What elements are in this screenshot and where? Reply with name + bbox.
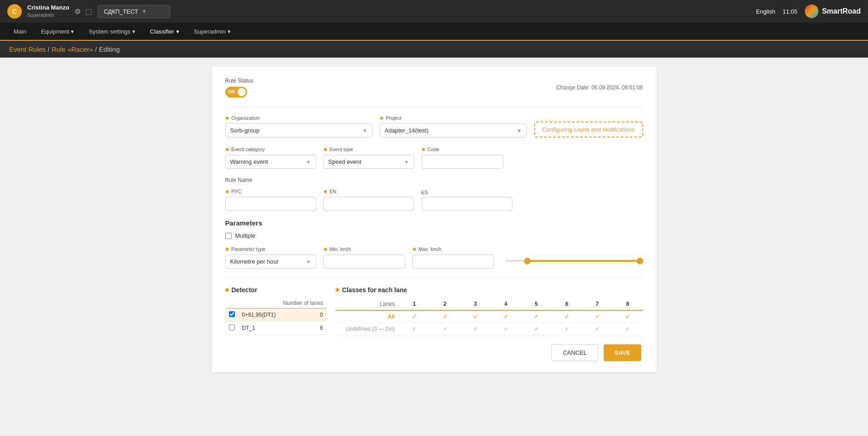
- lane-check[interactable]: ✓: [491, 310, 521, 323]
- project-selector[interactable]: СДКП_ТЕСТ ▼: [98, 5, 170, 18]
- org-project-row: ● Organization Sorb-group ▼ ● Project Ad…: [225, 114, 643, 137]
- rule-name-row: ● РУС Лихач ● EN Racer ES Corre: [225, 188, 643, 211]
- project-value: Adapter_14(test): [385, 127, 429, 134]
- user-avatar: C: [7, 4, 22, 19]
- breadcrumb-event-rules[interactable]: Event Rules: [9, 45, 46, 53]
- breadcrumb-editing: Editing: [99, 45, 120, 53]
- chevron-down-icon: ▾: [176, 28, 179, 35]
- lane-check[interactable]: ✓: [430, 323, 460, 335]
- organization-select[interactable]: Sorb-group ▼: [225, 123, 372, 137]
- ruc-label-text: РУС: [231, 189, 241, 194]
- time-display: 11:05: [783, 8, 798, 15]
- lane-check[interactable]: ✓: [430, 310, 460, 323]
- user-role: Superadmin: [27, 12, 69, 18]
- slider-thumb-right[interactable]: [637, 258, 643, 264]
- lane-check[interactable]: ✓: [582, 310, 612, 323]
- save-button[interactable]: SAVE: [604, 344, 641, 361]
- table-row[interactable]: All ✓ ✓ ✓ ✓ ✓ ✓ ✓ ✓: [336, 310, 643, 323]
- topbar-icons[interactable]: ⚙ ⬚: [74, 7, 92, 16]
- nav-item-superadmin[interactable]: Superadmin ▾: [188, 24, 237, 39]
- breadcrumb-rule[interactable]: Rule «Racer»: [51, 45, 93, 53]
- table-row[interactable]: DT_1 6: [225, 322, 327, 335]
- lane-check[interactable]: ✓: [551, 323, 582, 335]
- lanes-header-row: Lanes 1 2 3 4 5 6 7 8: [336, 298, 643, 310]
- event-category-select[interactable]: Warning event ▼: [225, 155, 316, 169]
- slider-inactive-left: [505, 260, 526, 262]
- max-input[interactable]: 300: [412, 255, 494, 269]
- required-dot: ●: [412, 245, 417, 253]
- logout-icon[interactable]: ⬚: [85, 7, 92, 16]
- chevron-down-icon: ▼: [517, 128, 522, 133]
- chevron-down-icon: ▼: [142, 9, 147, 14]
- detector-checkbox[interactable]: [229, 311, 235, 317]
- en-group: ● EN Racer: [323, 188, 414, 211]
- rule-name-section-label: Rule Name: [225, 177, 643, 183]
- lane-check[interactable]: ✓: [521, 310, 551, 323]
- lane-check[interactable]: ✓: [460, 310, 491, 323]
- slider-track[interactable]: [505, 260, 643, 262]
- parameter-type-select[interactable]: Kilometre per hour ▼: [225, 255, 316, 269]
- event-type-select[interactable]: Speed event ▼: [323, 155, 414, 169]
- detector-name: DT_1: [238, 322, 279, 335]
- settings-icon[interactable]: ⚙: [74, 7, 81, 16]
- nav-label-superadmin: Superadmin: [194, 28, 226, 35]
- parameter-type-value: Kilometre per hour: [230, 258, 279, 265]
- rule-status-toggle[interactable]: ON: [225, 87, 247, 98]
- nav-item-equipment[interactable]: Equipment ▾: [35, 24, 80, 39]
- lane-header-2: 2: [430, 298, 460, 310]
- lane-check[interactable]: ✓: [521, 323, 551, 335]
- min-input[interactable]: 75: [323, 255, 405, 269]
- nav-item-classifier[interactable]: Classifier ▾: [144, 24, 185, 39]
- lane-header-5: 5: [521, 298, 551, 310]
- slider-thumb-left[interactable]: [524, 258, 531, 264]
- nav-label-classifier: Classifier: [150, 28, 174, 35]
- lane-check[interactable]: ✓: [582, 323, 612, 335]
- es-input[interactable]: Corredor: [422, 197, 512, 211]
- en-input[interactable]: Racer: [323, 197, 414, 211]
- breadcrumb: Event Rules / Rule «Racer» / Editing: [0, 41, 868, 58]
- nav-item-system-settings[interactable]: System settings ▾: [82, 24, 142, 39]
- max-group: ● Max, km/h 300: [412, 245, 494, 269]
- table-row[interactable]: Undefined (0 — 2m) ✓ ✓ ✓ ✓ ✓ ✓ ✓ ✓: [336, 323, 643, 335]
- num-lanes-header: Number of lanes: [279, 298, 327, 309]
- parameters-section: Parameters Multiple ● Parameter type Kil…: [225, 219, 643, 269]
- lane-check[interactable]: ✓: [612, 310, 643, 323]
- project-name: СДКП_ТЕСТ: [104, 8, 138, 15]
- lanes-table: Lanes 1 2 3 4 5 6 7 8 All: [336, 298, 643, 335]
- code-input[interactable]: 503: [422, 155, 503, 169]
- lane-check[interactable]: ✓: [399, 323, 430, 335]
- parameter-type-label: ● Parameter type: [225, 245, 316, 253]
- chevron-down-icon: ▼: [306, 259, 311, 265]
- ruc-input[interactable]: Лихач: [225, 197, 316, 211]
- nav-label-system-settings: System settings: [89, 28, 130, 35]
- code-label-text: Code: [427, 147, 439, 152]
- lane-header-1: 1: [399, 298, 430, 310]
- form-card: Rule Status ON Change Date: 06.09.2024, …: [212, 67, 657, 372]
- required-dot: ●: [225, 114, 230, 122]
- topbar-right: English 11:05 SmartRoad: [756, 5, 861, 18]
- chevron-down-icon: ▼: [404, 159, 409, 165]
- lane-check[interactable]: ✓: [551, 310, 582, 323]
- lane-header-3: 3: [460, 298, 491, 310]
- brand: SmartRoad: [805, 5, 861, 18]
- max-label: ● Max, km/h: [412, 245, 494, 253]
- table-row[interactable]: 0+81,95(DT1) 0: [225, 309, 327, 322]
- cancel-button[interactable]: CANCEL: [551, 344, 598, 361]
- lane-check[interactable]: ✓: [460, 323, 491, 335]
- brand-name: SmartRoad: [822, 7, 861, 15]
- detector-name: 0+81,95(DT1): [238, 309, 279, 322]
- lane-check[interactable]: ✓: [491, 323, 521, 335]
- detector-checkbox[interactable]: [229, 324, 235, 330]
- project-select[interactable]: Adapter_14(test) ▼: [380, 123, 527, 137]
- nav-item-main[interactable]: Main: [7, 24, 33, 39]
- required-dot: ●: [225, 188, 230, 195]
- max-label-text: Max, km/h: [418, 246, 441, 252]
- en-label-text: EN: [329, 189, 336, 194]
- breadcrumb-separator2: /: [95, 45, 99, 53]
- multiple-checkbox[interactable]: [225, 233, 232, 239]
- config-users-button[interactable]: Configuring Users and Notifications: [534, 122, 643, 137]
- lane-check[interactable]: ✓: [612, 323, 643, 335]
- event-category-label: ● Event category: [225, 146, 316, 153]
- lane-check[interactable]: ✓: [399, 310, 430, 323]
- language-selector[interactable]: English: [756, 8, 775, 15]
